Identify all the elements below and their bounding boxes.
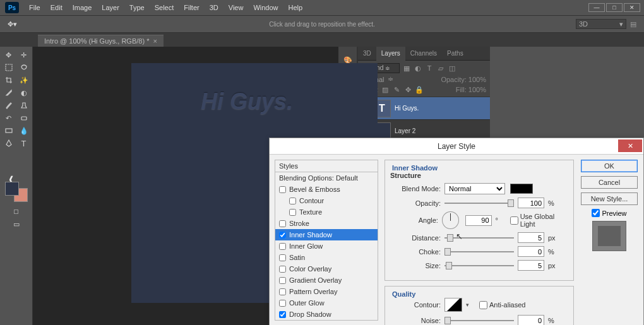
panel-tab-layers[interactable]: Layers xyxy=(376,47,405,61)
menu-select[interactable]: Select xyxy=(150,0,179,15)
angle-input[interactable] xyxy=(465,215,492,226)
filter-adjust-icon[interactable]: ◐ xyxy=(414,64,422,73)
choke-slider[interactable] xyxy=(444,247,514,257)
dialog-close-button[interactable]: ✕ xyxy=(618,139,642,152)
lock-position-icon[interactable]: ✥ xyxy=(403,85,412,94)
style-checkbox[interactable] xyxy=(289,209,296,216)
brush-tool[interactable] xyxy=(2,100,16,111)
marquee-tool[interactable] xyxy=(2,62,16,73)
opacity-input[interactable] xyxy=(518,198,544,208)
move-tool[interactable]: ✥ xyxy=(2,49,16,61)
style-checkbox[interactable] xyxy=(279,254,286,261)
style-effect-row[interactable]: Contour xyxy=(275,195,378,206)
type-tool[interactable]: T xyxy=(17,138,31,149)
heal-tool[interactable]: ◐ xyxy=(17,87,31,98)
style-checkbox[interactable] xyxy=(289,198,296,204)
eyedropper-tool[interactable] xyxy=(2,87,16,98)
style-effect-row[interactable]: Inner Shadow xyxy=(275,229,378,240)
style-checkbox[interactable] xyxy=(279,232,286,239)
style-checkbox[interactable] xyxy=(279,266,286,273)
style-checkbox[interactable] xyxy=(279,300,286,307)
size-slider[interactable] xyxy=(444,261,514,271)
history-brush-tool[interactable]: ↶ xyxy=(2,112,16,124)
use-global-light-checkbox[interactable]: Use Global Light xyxy=(510,213,568,228)
filter-shape-icon[interactable]: ▱ xyxy=(436,64,445,73)
style-effect-row[interactable]: Texture xyxy=(275,206,378,218)
window-minimize[interactable]: — xyxy=(588,3,605,12)
menu-image[interactable]: Image xyxy=(68,0,97,15)
close-tab-icon[interactable]: × xyxy=(153,37,157,45)
layer-item[interactable]: 👁 T Hi Guys. xyxy=(358,97,490,120)
preview-checkbox[interactable]: Preview xyxy=(592,209,626,217)
menu-type[interactable]: Type xyxy=(124,0,150,15)
pen-tool[interactable] xyxy=(2,138,16,149)
gradient-tool[interactable] xyxy=(2,125,16,136)
noise-slider[interactable] xyxy=(444,316,514,326)
panel-tab-3d[interactable]: 3D xyxy=(358,47,376,61)
quick-mask-toggle[interactable] xyxy=(10,207,23,216)
wand-tool[interactable]: ✨ xyxy=(17,74,31,86)
document-tab[interactable]: Intro @ 100% (Hi Guys., RGB/8) * × xyxy=(38,35,164,47)
size-input[interactable] xyxy=(518,260,544,271)
blending-options-row[interactable]: Blending Options: Default xyxy=(275,172,378,184)
menu-3d[interactable]: 3D xyxy=(205,0,224,15)
styles-header[interactable]: Styles xyxy=(275,160,378,172)
shadow-color-swatch[interactable] xyxy=(510,184,533,194)
filter-smart-icon[interactable]: ◫ xyxy=(448,64,456,73)
screen-mode-toggle[interactable]: ▭ xyxy=(9,218,23,230)
style-effect-row[interactable]: Gradient Overlay xyxy=(275,275,378,286)
angle-dial[interactable] xyxy=(442,211,459,229)
layer-name[interactable]: Hi Guys. xyxy=(395,105,419,112)
menu-filter[interactable]: Filter xyxy=(179,0,204,15)
menu-view[interactable]: View xyxy=(224,0,249,15)
contour-picker[interactable] xyxy=(444,298,462,312)
style-effect-row[interactable]: Inner Glow xyxy=(275,240,378,252)
panel-tab-paths[interactable]: Paths xyxy=(442,47,468,61)
lock-pixels-icon[interactable]: ✎ xyxy=(392,85,401,94)
menu-window[interactable]: Window xyxy=(248,0,283,15)
style-effect-row[interactable]: Stroke xyxy=(275,218,378,229)
blur-tool[interactable]: 💧 xyxy=(17,125,31,136)
menu-layer[interactable]: Layer xyxy=(97,0,124,15)
style-effect-row[interactable]: Drop Shadow xyxy=(275,309,378,320)
choke-input[interactable] xyxy=(518,246,544,257)
options-menu-icon[interactable]: ▤ xyxy=(629,20,638,28)
style-effect-row[interactable]: Bevel & Emboss xyxy=(275,184,378,195)
menu-edit[interactable]: Edit xyxy=(45,0,68,15)
style-effect-row[interactable]: Pattern Overlay xyxy=(275,286,378,297)
crop-tool[interactable] xyxy=(2,74,16,86)
filter-type-icon[interactable]: T xyxy=(425,64,434,73)
style-effect-row[interactable]: Outer Glow xyxy=(275,297,378,309)
style-effect-row[interactable]: Satin xyxy=(275,252,378,263)
style-checkbox[interactable] xyxy=(279,311,286,318)
artboard-tool[interactable]: ✛ xyxy=(17,49,31,61)
lock-all-icon[interactable]: 🔒 xyxy=(415,85,424,94)
layer-name[interactable]: Layer 2 xyxy=(395,127,415,134)
style-checkbox[interactable] xyxy=(279,186,286,193)
dialog-titlebar[interactable]: Layer Style ✕ xyxy=(270,138,643,155)
color-swatches[interactable] xyxy=(4,180,29,203)
distance-input[interactable] xyxy=(518,232,544,243)
distance-slider[interactable]: ↖ xyxy=(444,233,514,243)
lasso-tool[interactable] xyxy=(17,62,31,73)
new-style-button[interactable]: New Style... xyxy=(581,192,638,205)
stamp-tool[interactable] xyxy=(17,100,31,111)
filter-image-icon[interactable]: ▦ xyxy=(402,64,411,73)
window-close[interactable]: ✕ xyxy=(624,3,640,12)
menu-file[interactable]: File xyxy=(24,0,45,15)
blend-mode-select[interactable]: Normal xyxy=(444,183,505,194)
eraser-tool[interactable] xyxy=(17,112,31,124)
window-maximize[interactable]: □ xyxy=(606,3,623,12)
cancel-button[interactable]: Cancel xyxy=(581,176,638,189)
foreground-color-swatch[interactable] xyxy=(5,182,19,196)
panel-tab-channels[interactable]: Channels xyxy=(405,47,442,61)
opacity-slider[interactable] xyxy=(444,198,514,208)
style-checkbox[interactable] xyxy=(279,277,286,284)
style-checkbox[interactable] xyxy=(279,243,286,250)
anti-aliased-checkbox[interactable]: Anti-aliased xyxy=(479,301,525,309)
style-checkbox[interactable] xyxy=(279,220,286,227)
lock-transparency-icon[interactable]: ▨ xyxy=(381,85,390,94)
ok-button[interactable]: OK xyxy=(581,160,638,172)
workspace-dropdown[interactable]: 3D▾ xyxy=(576,19,626,29)
menu-help[interactable]: Help xyxy=(283,0,308,15)
